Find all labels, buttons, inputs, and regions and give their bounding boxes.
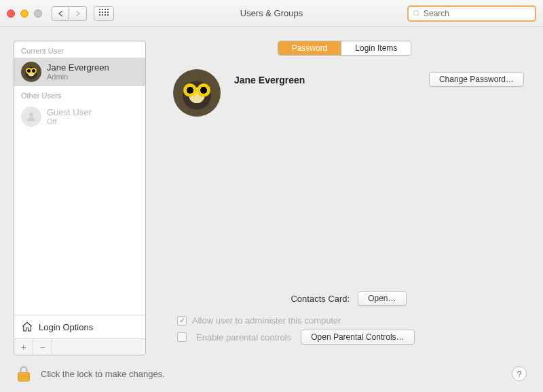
back-button[interactable] [52, 6, 69, 21]
allow-admin-checkbox[interactable] [177, 316, 187, 326]
login-options-label: Login Options [39, 322, 93, 332]
section-label-other: Other Users [14, 86, 145, 102]
sidebar-footer: + − [14, 338, 145, 355]
search-icon [413, 9, 421, 18]
window-controls [7, 9, 42, 18]
svg-line-1 [418, 14, 420, 16]
footer: Click the lock to make changes. ? [0, 355, 543, 392]
tab-password[interactable]: Password [278, 41, 341, 55]
sidebar-footer-spacer [52, 339, 145, 355]
password-pane: Jane Evergreen Change Password… Contacts… [160, 56, 529, 355]
body: Current User Jane Evergreen Admin Other … [0, 27, 543, 392]
open-parental-controls-button[interactable]: Open Parental Controls… [301, 330, 414, 345]
house-icon [21, 321, 33, 333]
user-role-label: Admin [47, 73, 109, 81]
users-sidebar: Current User Jane Evergreen Admin Other … [14, 41, 146, 355]
section-label-current: Current User [14, 41, 145, 58]
tab-login-items[interactable]: Login Items [341, 41, 411, 55]
guest-avatar-icon [21, 106, 41, 127]
nav-buttons [52, 6, 87, 21]
close-window-button[interactable] [7, 9, 15, 18]
titlebar: Users & Groups [0, 0, 543, 27]
remove-user-button[interactable]: − [33, 339, 52, 355]
change-password-button[interactable]: Change Password… [429, 72, 524, 87]
profile-display-name: Jane Evergreen [234, 75, 305, 85]
grid-icon [99, 9, 109, 18]
parental-controls-row: Enable parental controls Open Parental C… [177, 330, 524, 345]
show-all-button[interactable] [94, 6, 114, 21]
open-contacts-button[interactable]: Open… [358, 291, 406, 306]
profile-avatar-icon[interactable] [173, 69, 221, 117]
content-area: Current User Jane Evergreen Admin Other … [0, 27, 543, 355]
prefs-window: Users & Groups Current User Jane Evergre… [0, 0, 543, 392]
zoom-window-button[interactable] [34, 9, 42, 18]
search-input[interactable] [424, 9, 531, 18]
parental-controls-label: Enable parental controls [196, 332, 291, 342]
sidebar-item-current-user[interactable]: Jane Evergreen Admin [14, 58, 145, 86]
lock-hint-text: Click the lock to make changes. [41, 369, 165, 379]
users-list: Current User Jane Evergreen Admin Other … [14, 41, 145, 315]
contacts-card-label: Contacts Card: [291, 294, 350, 304]
lower-controls: Contacts Card: Open… Allow user to admin… [160, 291, 529, 349]
guest-status-label: Off [47, 117, 92, 125]
svg-point-2 [29, 113, 33, 117]
login-options-button[interactable]: Login Options [14, 315, 145, 338]
chevron-left-icon [58, 10, 64, 17]
profile-row: Jane Evergreen Change Password… [173, 69, 524, 117]
sidebar-item-guest-user[interactable]: Guest User Off [14, 102, 145, 131]
tabbar: Password Login Items [278, 41, 412, 56]
search-field-wrap[interactable] [407, 5, 536, 22]
user-text: Guest User Off [47, 108, 92, 125]
help-button[interactable]: ? [512, 366, 527, 381]
owl-avatar-icon [21, 62, 41, 82]
contacts-card-row: Contacts Card: Open… [173, 291, 524, 306]
svg-point-0 [414, 10, 419, 15]
allow-admin-label: Allow user to administer this computer [192, 315, 341, 326]
main-panel: Password Login Items Jane Evergreen Chan… [160, 41, 529, 355]
allow-admin-row: Allow user to administer this computer [177, 315, 524, 326]
add-user-button[interactable]: + [14, 339, 33, 355]
parental-controls-checkbox[interactable] [177, 332, 187, 342]
user-name-label: Jane Evergreen [47, 63, 109, 73]
lock-icon[interactable] [16, 365, 31, 383]
minimize-window-button[interactable] [20, 9, 29, 18]
tabs: Password Login Items [160, 41, 529, 56]
forward-button[interactable] [69, 6, 87, 21]
user-text: Jane Evergreen Admin [47, 63, 109, 81]
guest-name-label: Guest User [47, 108, 92, 117]
chevron-right-icon [75, 10, 81, 17]
